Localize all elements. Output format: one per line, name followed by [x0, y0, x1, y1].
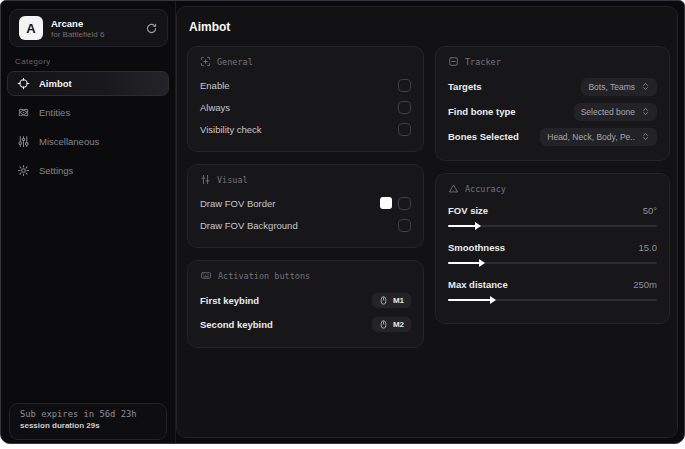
- slider-group-smoothness: Smoothness 15.0: [448, 238, 657, 264]
- activation-buttons-card: Activation buttons First keybind M1 S: [187, 260, 424, 348]
- second-keybind-button[interactable]: M2: [372, 317, 411, 332]
- accuracy-card: Accuracy FOV size 50° Smoothness: [435, 173, 670, 324]
- setting-label: Find bone type: [448, 106, 516, 117]
- setting-row-second-keybind: Second keybind M2: [200, 312, 411, 336]
- mouse-icon: [379, 320, 388, 329]
- card-title: General: [217, 57, 253, 67]
- slider-value: 50°: [643, 205, 657, 216]
- slider-fill: [448, 262, 481, 264]
- setting-label: Second keybind: [200, 319, 273, 330]
- setting-row-targets: Targets Bots, Teams: [448, 74, 657, 99]
- card-title: Accuracy: [465, 184, 506, 194]
- sliders-icon: [17, 135, 30, 148]
- sidebar: A Arcane for Battlefield 6 Category Aimb…: [1, 1, 176, 443]
- always-checkbox[interactable]: [398, 101, 411, 114]
- setting-label: Enable: [200, 80, 230, 91]
- sidebar-item-label: Aimbot: [39, 78, 72, 89]
- focus-grid-icon: [200, 56, 211, 67]
- setting-row-find-bone-type: Find bone type Selected bone: [448, 99, 657, 124]
- slider-value: 250m: [633, 279, 657, 290]
- slider-label: Smoothness: [448, 242, 505, 253]
- dropdown-value: Selected bone: [581, 107, 635, 117]
- visibility-check-checkbox[interactable]: [398, 123, 411, 136]
- crosshair-icon: [17, 77, 30, 90]
- app-name: Arcane: [51, 18, 104, 29]
- main-panel: Aimbot General Enable Always: [176, 6, 678, 438]
- setting-row-enable: Enable: [200, 74, 411, 96]
- slider-group-fov-size: FOV size 50°: [448, 201, 657, 227]
- session-duration-text: session duration 29s: [20, 421, 156, 430]
- setting-row-bones-selected: Bones Selected Head, Neck, Body, Pe..: [448, 124, 657, 149]
- fov-border-color-swatch[interactable]: [380, 197, 392, 209]
- slider-thumb[interactable]: [490, 296, 496, 304]
- slider-value: 15.0: [639, 242, 658, 253]
- fov-size-slider[interactable]: [448, 225, 657, 227]
- setting-label: Always: [200, 102, 230, 113]
- sub-expiry-text: Sub expires in 56d 23h: [20, 409, 156, 419]
- slider-group-max-distance: Max distance 250m: [448, 275, 657, 301]
- app-logo: A: [19, 16, 43, 40]
- mouse-icon: [379, 296, 388, 305]
- dropdown-value: Head, Neck, Body, Pe..: [547, 132, 635, 142]
- sidebar-item-label: Miscellaneous: [39, 136, 99, 147]
- slider-label: Max distance: [448, 279, 508, 290]
- gear-icon: [17, 164, 30, 177]
- enable-checkbox[interactable]: [398, 79, 411, 92]
- sidebar-item-aimbot[interactable]: Aimbot: [7, 71, 169, 96]
- setting-label: Draw FOV Border: [200, 198, 276, 209]
- app-window: A Arcane for Battlefield 6 Category Aimb…: [0, 0, 685, 444]
- setting-label: Targets: [448, 81, 482, 92]
- draw-fov-border-checkbox[interactable]: [398, 197, 411, 210]
- dropdown-value: Bots, Teams: [588, 82, 635, 92]
- page-title: Aimbot: [189, 20, 230, 34]
- general-card: General Enable Always Visibility check: [187, 46, 424, 152]
- sidebar-item-miscellaneous[interactable]: Miscellaneous: [7, 129, 169, 154]
- keybind-value: M2: [393, 320, 404, 329]
- subscription-info: Sub expires in 56d 23h session duration …: [9, 403, 167, 440]
- vertical-sliders-icon: [200, 174, 211, 185]
- setting-row-visibility-check: Visibility check: [200, 118, 411, 140]
- draw-fov-background-checkbox[interactable]: [398, 219, 411, 232]
- category-label: Category: [15, 57, 51, 66]
- setting-label: Bones Selected: [448, 131, 519, 142]
- slider-label: FOV size: [448, 205, 488, 216]
- smoothness-slider[interactable]: [448, 262, 657, 264]
- setting-label: First keybind: [200, 295, 259, 306]
- slider-thumb[interactable]: [475, 222, 481, 230]
- setting-row-draw-fov-border: Draw FOV Border: [200, 192, 411, 214]
- setting-label: Visibility check: [200, 124, 262, 135]
- square-minus-icon: [448, 56, 459, 67]
- setting-row-first-keybind: First keybind M1: [200, 288, 411, 312]
- setting-row-draw-fov-background: Draw FOV Background: [200, 214, 411, 236]
- slider-fill: [448, 225, 477, 227]
- slider-thumb[interactable]: [479, 259, 485, 267]
- card-title: Activation buttons: [218, 271, 310, 281]
- refresh-icon[interactable]: [145, 22, 158, 35]
- tracker-card: Tracker Targets Bots, Teams Find bone: [435, 46, 670, 161]
- app-subtitle: for Battlefield 6: [51, 30, 104, 39]
- triangle-icon: [448, 183, 459, 194]
- card-title: Tracker: [465, 57, 501, 67]
- unfold-icon: [641, 107, 650, 116]
- setting-row-always: Always: [200, 96, 411, 118]
- keybind-value: M1: [393, 296, 404, 305]
- atom-icon: [17, 106, 30, 119]
- first-keybind-button[interactable]: M1: [372, 293, 411, 308]
- find-bone-type-dropdown[interactable]: Selected bone: [574, 103, 657, 121]
- max-distance-slider[interactable]: [448, 299, 657, 301]
- sidebar-item-label: Settings: [39, 165, 73, 176]
- visual-card: Visual Draw FOV Border Draw FOV Backgrou…: [187, 164, 424, 248]
- sidebar-item-entities[interactable]: Entities: [7, 100, 169, 125]
- unfold-icon: [641, 82, 650, 91]
- keyboard-icon: [200, 270, 212, 281]
- logo-card: A Arcane for Battlefield 6: [9, 9, 168, 47]
- unfold-icon: [641, 132, 650, 141]
- targets-dropdown[interactable]: Bots, Teams: [581, 78, 657, 96]
- sidebar-menu: Aimbot Entities: [7, 71, 169, 187]
- bones-selected-dropdown[interactable]: Head, Neck, Body, Pe..: [540, 128, 657, 146]
- sidebar-item-settings[interactable]: Settings: [7, 158, 169, 183]
- sidebar-item-label: Entities: [39, 107, 70, 118]
- slider-fill: [448, 299, 492, 301]
- card-title: Visual: [217, 175, 248, 185]
- setting-label: Draw FOV Background: [200, 220, 298, 231]
